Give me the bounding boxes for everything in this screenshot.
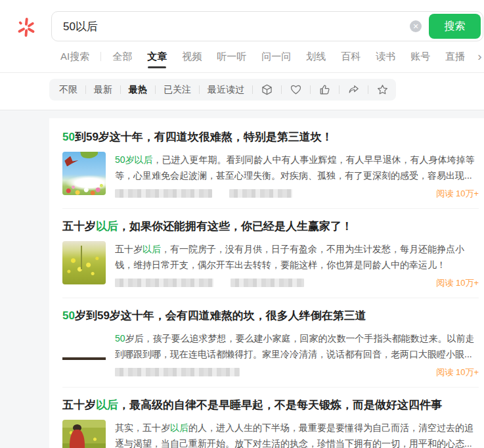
result-title[interactable]: 50到59岁这十年，有四道坎很难熬，特别是第三道坎！ xyxy=(62,129,479,145)
cube-icon[interactable] xyxy=(261,83,273,97)
tabs-more-chevron-icon[interactable]: › xyxy=(477,51,481,62)
blurred-author xyxy=(229,189,292,198)
result-snippet[interactable]: 其实，五十岁以后的人，进入人生的下半场，最重要是要懂得为自己而活，清空过去的追逐… xyxy=(115,420,479,448)
filter-separator xyxy=(155,85,156,94)
category-tabs: AI搜索全部文章视频听一听问一问划线百科读书账号直播› xyxy=(60,50,482,63)
result-title[interactable]: 五十岁以后，如果你还能拥有这些，你已经是人生赢家了！ xyxy=(62,219,479,235)
filter-option-最新[interactable]: 最新 xyxy=(94,84,112,96)
highlighted-text: 50岁以后 xyxy=(115,154,153,165)
heart-icon[interactable] xyxy=(290,83,302,97)
result-snippet[interactable]: 50岁以后，已进入更年期。看到同龄人中有人事业辉煌，有人早早退休，有人身体垮掉等… xyxy=(115,152,479,183)
text: ，最高级的自律不是早睡早起，不是每天锻炼，而是做好这四件事 xyxy=(118,399,442,411)
result-content: 其实，五十岁以后的人，进入人生的下半场，最重要是要懂得为自己而活，清空过去的追逐… xyxy=(115,420,479,448)
search-result: 五十岁以后，最高级的自律不是早睡早起，不是每天锻炼，而是做好这四件事 其实，五十… xyxy=(62,388,479,448)
highlighted-text: 以后 xyxy=(96,220,118,233)
result-title[interactable]: 50岁到59岁这十年，会有四道难熬的坎，很多人绊倒在第三道 xyxy=(62,308,479,324)
header: ✕ 搜索 AI搜索全部文章视频听一听问一问划线百科读书账号直播› 不限最新最热已… xyxy=(0,0,484,110)
result-title[interactable]: 五十岁以后，最高级的自律不是早睡早起，不是每天锻炼，而是做好这四件事 xyxy=(62,397,479,413)
text: ，有一院房子，没有月供，日子有盈余，不用为生计发愁，每月还能挣点小钱，维持日常开… xyxy=(115,244,464,270)
filter-separator xyxy=(120,85,121,94)
search-button[interactable]: 搜索 xyxy=(429,14,481,39)
search-result: 50到59岁这十年，有四道坎很难熬，特别是第三道坎！ 50岁以后，已进入更年期。… xyxy=(62,120,479,209)
result-thumbnail[interactable] xyxy=(62,152,106,195)
text: 五十岁 xyxy=(62,220,96,233)
highlighted-text: 以后 xyxy=(170,422,188,433)
text: ，已进入更年期。看到同龄人中有人事业辉煌，有人早早退休，有人身体垮掉等等，心里难… xyxy=(115,154,475,181)
result-thumbnail[interactable] xyxy=(62,330,106,374)
filter-option-不限[interactable]: 不限 xyxy=(59,84,77,96)
highlighted-text: 以后 xyxy=(96,399,118,411)
tab-直播[interactable]: 直播 xyxy=(445,50,465,63)
thumbs-up-icon[interactable] xyxy=(319,83,331,97)
blurred-author xyxy=(115,189,212,198)
star-icon[interactable] xyxy=(376,83,389,97)
filter-separator xyxy=(252,85,253,94)
result-body: 50岁后，孩子要么追求梦想，要么建小家庭，回家的次数一个手指头都能数过来。以前走… xyxy=(62,330,479,378)
read-count: 阅读 10万+ xyxy=(436,188,479,200)
clear-search-icon[interactable]: ✕ xyxy=(410,20,422,32)
search-bar: ✕ 搜索 xyxy=(51,11,483,41)
result-thumbnail[interactable] xyxy=(62,241,106,284)
result-snippet[interactable]: 五十岁以后，有一院房子，没有月供，日子有盈余，不用为生计发愁，每月还能挣点小钱，… xyxy=(115,241,479,273)
filter-separator xyxy=(281,85,282,94)
read-count: 阅读 10万+ xyxy=(436,367,479,378)
blurred-author xyxy=(115,368,240,376)
tab-账号[interactable]: 账号 xyxy=(410,50,430,63)
search-results-page: ✕ 搜索 AI搜索全部文章视频听一听问一问划线百科读书账号直播› 不限最新最热已… xyxy=(0,0,484,448)
result-content: 50岁后，孩子要么追求梦想，要么建小家庭，回家的次数一个手指头都能数过来。以前走… xyxy=(115,330,479,378)
text: 岁到59岁这十年，会有四道难熬的坎，很多人绊倒在第三道 xyxy=(75,309,366,322)
filter-option-最热[interactable]: 最热 xyxy=(129,84,147,96)
text: 到59岁这十年，有四道坎很难熬，特别是第三道坎！ xyxy=(75,131,333,143)
filter-separator xyxy=(339,85,340,94)
result-meta: 阅读 10万+ xyxy=(115,367,479,378)
filter-option-最近读过[interactable]: 最近读过 xyxy=(208,84,244,96)
tab-读书[interactable]: 读书 xyxy=(376,50,395,63)
tab-全部[interactable]: 全部 xyxy=(112,50,132,63)
filter-bar: 不限最新最热已关注最近读过 xyxy=(49,79,396,101)
results-list: 50到59岁这十年，有四道坎很难熬，特别是第三道坎！ 50岁以后，已进入更年期。… xyxy=(49,118,484,448)
tab-划线[interactable]: 划线 xyxy=(306,50,326,63)
result-thumbnail[interactable] xyxy=(62,420,106,448)
filter-separator xyxy=(310,85,311,94)
tab-separator xyxy=(100,52,101,61)
app-logo[interactable] xyxy=(16,16,36,37)
result-body: 五十岁以后，有一院房子，没有月供，日子有盈余，不用为生计发愁，每月还能挣点小钱，… xyxy=(62,241,479,288)
text: 五十岁 xyxy=(115,244,143,254)
tab-百科[interactable]: 百科 xyxy=(341,50,361,63)
result-content: 五十岁以后，有一院房子，没有月供，日子有盈余，不用为生计发愁，每月还能挣点小钱，… xyxy=(115,241,479,288)
result-meta: 阅读 10万+ xyxy=(115,277,479,288)
filter-option-已关注[interactable]: 已关注 xyxy=(164,84,191,96)
result-snippet[interactable]: 50岁后，孩子要么追求梦想，要么建小家庭，回家的次数一个手指头都能数过来。以前走… xyxy=(115,330,479,362)
highlighted-text: 50 xyxy=(115,333,125,344)
filter-separator xyxy=(85,85,86,94)
section-divider xyxy=(0,110,484,110)
read-count: 阅读 10万+ xyxy=(436,277,479,289)
tab-视频[interactable]: 视频 xyxy=(182,50,202,63)
tab-AI搜索[interactable]: AI搜索 xyxy=(60,50,89,63)
text: 其实，五十岁 xyxy=(115,422,170,433)
text: 岁后，孩子要么追求梦想，要么建小家庭，回家的次数一个手指头都能数过来。以前走到哪… xyxy=(115,333,475,359)
red-asterisk-logo-icon xyxy=(16,16,36,38)
header-divider xyxy=(0,72,484,73)
blurred-author xyxy=(231,279,304,287)
text: 五十岁 xyxy=(62,399,96,411)
tab-问一问[interactable]: 问一问 xyxy=(261,50,291,63)
result-meta: 阅读 10万+ xyxy=(115,188,479,199)
blurred-author xyxy=(115,279,213,287)
search-result: 50岁到59岁这十年，会有四道难熬的坎，很多人绊倒在第三道 50岁后，孩子要么追… xyxy=(62,298,479,388)
search-result: 五十岁以后，如果你还能拥有这些，你已经是人生赢家了！ 五十岁以后，有一院房子，没… xyxy=(62,209,479,298)
text: ，如果你还能拥有这些，你已经是人生赢家了！ xyxy=(118,220,353,233)
filter-separator xyxy=(368,85,368,94)
result-body: 其实，五十岁以后的人，进入人生的下半场，最重要是要懂得为自己而活，清空过去的追逐… xyxy=(62,420,479,448)
share-icon[interactable] xyxy=(347,83,360,97)
highlighted-text: 50 xyxy=(62,309,75,322)
filter-separator xyxy=(199,85,200,94)
tab-听一听[interactable]: 听一听 xyxy=(217,50,246,63)
highlighted-text: 以后 xyxy=(143,244,161,254)
search-input[interactable] xyxy=(52,20,410,33)
highlighted-text: 50 xyxy=(62,131,75,143)
result-body: 50岁以后，已进入更年期。看到同龄人中有人事业辉煌，有人早早退休，有人身体垮掉等… xyxy=(62,152,479,199)
result-content: 50岁以后，已进入更年期。看到同龄人中有人事业辉煌，有人早早退休，有人身体垮掉等… xyxy=(115,152,479,199)
tab-文章[interactable]: 文章 xyxy=(147,50,167,63)
